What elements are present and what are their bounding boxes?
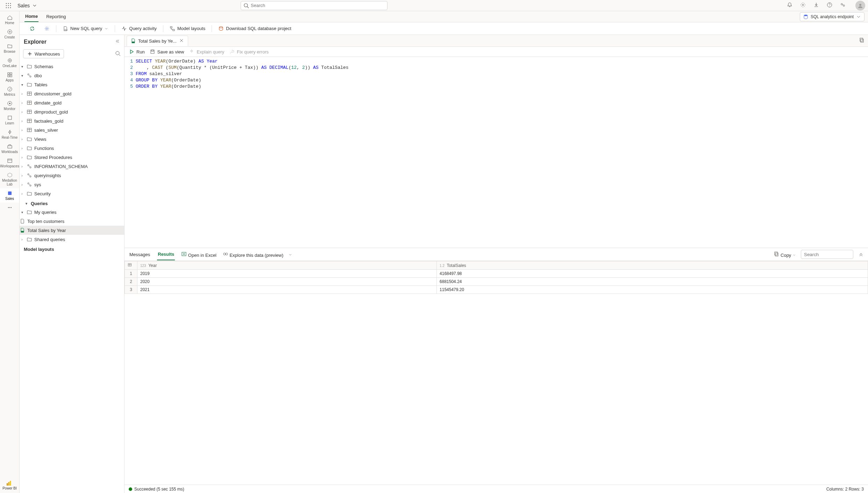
explore-data-button[interactable]: Explore this data (preview) xyxy=(223,251,292,258)
tree-query-item-selected[interactable]: Total Sales by Year xyxy=(20,226,124,235)
tree-model-layouts-section[interactable]: Model layouts xyxy=(20,244,124,253)
model-layouts-button[interactable]: Model layouts xyxy=(167,24,208,33)
user-avatar[interactable] xyxy=(855,1,865,10)
chevron-up-double-icon xyxy=(858,251,864,257)
tree-table-item[interactable]: ›dimdate_gold xyxy=(20,98,124,107)
global-search-input[interactable] xyxy=(241,1,387,10)
svg-rect-72 xyxy=(860,38,863,41)
copy-tab-button[interactable] xyxy=(859,37,865,44)
refresh-button[interactable] xyxy=(27,24,38,33)
tab-reporting[interactable]: Reporting xyxy=(45,11,66,22)
copy-button[interactable]: Copy xyxy=(774,251,796,258)
nav-learn[interactable]: Learn xyxy=(0,113,19,127)
collapse-explorer-button[interactable] xyxy=(114,38,120,45)
tree-dbo[interactable]: ▾dbo xyxy=(20,71,124,80)
nav-workspaces[interactable]: Workspaces xyxy=(0,156,19,170)
app-launcher[interactable] xyxy=(3,3,14,8)
sql-editor[interactable]: 12345 SELECT YEAR(OrderDate) AS Year , C… xyxy=(124,57,868,248)
svg-point-1 xyxy=(8,3,9,4)
nav-create[interactable]: Create xyxy=(0,27,19,41)
tree-queries-section[interactable]: ▾Queries xyxy=(20,198,124,208)
svg-point-2 xyxy=(10,3,11,4)
notifications-icon[interactable] xyxy=(787,2,792,9)
tree-sys[interactable]: ›sys xyxy=(20,180,124,189)
activity-icon xyxy=(121,26,127,31)
chevron-down-icon xyxy=(104,27,108,31)
svg-point-32 xyxy=(8,207,8,208)
tree-table-item[interactable]: ›sales_silver xyxy=(20,125,124,135)
chevron-down-icon xyxy=(32,3,37,8)
svg-point-67 xyxy=(28,183,29,184)
chevron-down-icon xyxy=(288,253,292,257)
tree-stored-procedures[interactable]: ›Stored Procedures xyxy=(20,153,124,162)
sql-file-icon xyxy=(20,227,25,233)
svg-point-26 xyxy=(9,103,10,104)
help-icon[interactable] xyxy=(827,2,832,9)
query-activity-button[interactable]: Query activity xyxy=(119,24,159,33)
tab-home[interactable]: Home xyxy=(24,11,38,22)
column-header-totalsales[interactable]: 1.2 TotalSales xyxy=(437,261,868,270)
tree-query-item[interactable]: Top ten customers xyxy=(20,217,124,226)
new-sql-query-button[interactable]: SQL New SQL query xyxy=(60,24,111,33)
nav-onelake[interactable]: OneLake xyxy=(0,56,19,70)
nav-medallion-lab[interactable]: Medallion Lab xyxy=(0,170,19,188)
nav-workloads[interactable]: Workloads xyxy=(0,142,19,156)
explorer-search-button[interactable] xyxy=(115,51,121,57)
explore-icon xyxy=(223,251,228,257)
save-as-view-button[interactable]: Save as view xyxy=(150,49,184,55)
close-tab-button[interactable] xyxy=(179,38,184,44)
wrench-icon xyxy=(229,49,235,55)
collapse-icon xyxy=(114,38,120,44)
results-tab[interactable]: Results xyxy=(157,249,175,260)
svg-point-3 xyxy=(6,5,7,6)
nav-monitor[interactable]: Monitor xyxy=(0,99,19,113)
column-header-year[interactable]: 123 Year xyxy=(137,261,437,270)
tree-table-item[interactable]: ›dimproduct_gold xyxy=(20,107,124,116)
status-summary: Columns: 2 Rows: 3 xyxy=(826,487,864,492)
download-icon[interactable] xyxy=(813,2,819,9)
nav-home[interactable]: Home xyxy=(0,13,19,27)
tree-tables[interactable]: ▾Tables xyxy=(20,80,124,89)
svg-point-77 xyxy=(226,253,228,255)
results-search-input[interactable] xyxy=(801,250,853,259)
run-button[interactable]: Run xyxy=(129,49,145,55)
settings-button[interactable] xyxy=(41,24,52,33)
grid-corner[interactable] xyxy=(125,261,137,270)
nav-powerbi[interactable]: Power BI xyxy=(2,480,17,493)
grid-row[interactable]: 3202111545479.20 xyxy=(125,286,868,294)
tree-table-item[interactable]: ›factsales_gold xyxy=(20,116,124,125)
tree-functions[interactable]: ›Functions xyxy=(20,144,124,153)
grid-row[interactable]: 120194168497.98 xyxy=(125,270,868,278)
open-in-excel-button[interactable]: Open in Excel xyxy=(181,251,216,258)
feedback-icon[interactable] xyxy=(840,2,846,9)
tree-information-schema[interactable]: ›INFORMATION_SCHEMA xyxy=(20,162,124,171)
svg-point-43 xyxy=(219,27,223,28)
nav-metrics[interactable]: Metrics xyxy=(0,84,19,99)
nav-apps[interactable]: Apps xyxy=(0,70,19,84)
download-project-button[interactable]: Download SQL database project xyxy=(215,24,294,33)
svg-point-0 xyxy=(6,3,7,4)
messages-tab[interactable]: Messages xyxy=(129,249,151,260)
svg-line-10 xyxy=(247,7,249,8)
settings-icon[interactable] xyxy=(800,2,806,9)
results-grid[interactable]: 123 Year 1.2 TotalSales 120194168497.98 … xyxy=(124,261,868,294)
tree-my-queries[interactable]: ▾My queries xyxy=(20,208,124,217)
tree-security[interactable]: ›Security xyxy=(20,189,124,198)
tree-table-item[interactable]: ›dimcustomer_gold xyxy=(20,89,124,98)
nav-more[interactable] xyxy=(0,203,19,212)
grid-row[interactable]: 220206881504.24 xyxy=(125,278,868,286)
tree-views[interactable]: ›Views xyxy=(20,135,124,144)
svg-point-44 xyxy=(116,51,119,55)
tree-shared-queries[interactable]: ›Shared queries xyxy=(20,235,124,244)
svg-rect-31 xyxy=(8,191,12,195)
collapse-results-button[interactable] xyxy=(858,251,864,258)
nav-browse[interactable]: Browse xyxy=(0,41,19,56)
workspace-dropdown[interactable]: Sales xyxy=(14,3,41,8)
nav-realtime[interactable]: Real-Time xyxy=(0,127,19,142)
tree-schemas[interactable]: ▾Schemas xyxy=(20,62,124,71)
add-warehouse-button[interactable]: Warehouses xyxy=(23,49,64,58)
endpoint-dropdown[interactable]: SQL analytics endpoint xyxy=(800,12,865,21)
editor-tab[interactable]: Total Sales by Ye... xyxy=(127,36,188,46)
nav-sales[interactable]: Sales xyxy=(0,188,19,203)
tree-queryinsights[interactable]: ›queryinsights xyxy=(20,171,124,180)
